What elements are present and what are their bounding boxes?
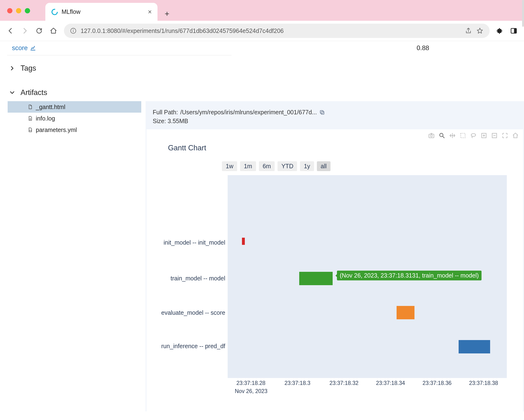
- xtick: 23:37:18.3: [274, 380, 321, 386]
- hover-tooltip: (Nov 26, 2023, 23:37:18.3131, train_mode…: [337, 271, 481, 280]
- ylabel-infer: run_inference -- pred_df: [161, 343, 225, 350]
- close-window-button[interactable]: [7, 8, 12, 13]
- gantt-bar-infer[interactable]: [459, 340, 490, 353]
- reset-axes-icon[interactable]: [512, 132, 519, 139]
- zoom-in-icon[interactable]: [480, 132, 487, 139]
- artifact-item-label: _gantt.html: [36, 104, 65, 111]
- artifact-tree: _gantt.html info.log parameters.yml: [8, 101, 141, 411]
- xtick: 23:37:18.32: [321, 380, 367, 386]
- share-icon[interactable]: [465, 27, 472, 34]
- range-1w[interactable]: 1w: [222, 161, 237, 171]
- artifact-full-path: Full Path: /Users/ym/repos/iris/mlruns/e…: [146, 103, 524, 118]
- ylabel-init: init_model -- init_model: [164, 239, 225, 246]
- file-code-icon: [28, 127, 33, 132]
- close-tab-button[interactable]: ×: [148, 8, 152, 16]
- sidepanel-icon[interactable]: [510, 27, 517, 34]
- url-text: 127.0.0.1:8080/#/experiments/1/runs/677d…: [81, 27, 461, 34]
- tags-label: Tags: [20, 64, 36, 72]
- svg-point-10: [440, 133, 443, 137]
- range-1m[interactable]: 1m: [240, 161, 256, 171]
- file-icon: [28, 116, 33, 121]
- artifact-item-gantt[interactable]: _gantt.html: [8, 101, 141, 113]
- artifact-item-params[interactable]: parameters.yml: [8, 124, 141, 136]
- home-icon: [50, 27, 57, 34]
- browser-tab-strip: MLflow × +: [0, 0, 524, 21]
- autoscale-icon[interactable]: [502, 132, 508, 139]
- chart-title: Gantt Chart: [168, 144, 206, 152]
- forward-button[interactable]: [21, 27, 29, 35]
- plotly-modebar: [428, 132, 519, 139]
- xtick: 23:37:18.28: [228, 380, 274, 386]
- arrow-left-icon: [7, 27, 14, 34]
- minimize-window-button[interactable]: [16, 8, 21, 13]
- tags-section-header[interactable]: Tags: [0, 55, 524, 77]
- window-controls: [7, 8, 30, 13]
- artifacts-section-header[interactable]: Artifacts: [0, 77, 524, 101]
- extensions-icon[interactable]: [496, 27, 504, 34]
- range-6m[interactable]: 6m: [259, 161, 275, 171]
- ylabel-train: train_model -- model: [171, 275, 225, 282]
- svg-point-13: [471, 134, 476, 137]
- file-icon: [28, 104, 33, 110]
- range-1y[interactable]: 1y: [300, 161, 314, 171]
- plot-area[interactable]: (Nov 26, 2023, 23:37:18.3131, train_mode…: [228, 175, 507, 378]
- svg-rect-12: [461, 133, 465, 138]
- y-axis-labels: init_model -- init_model train_model -- …: [147, 175, 228, 378]
- gantt-bar-eval[interactable]: [397, 306, 414, 319]
- zoom-out-icon[interactable]: [491, 132, 498, 139]
- address-bar[interactable]: 127.0.0.1:8080/#/experiments/1/runs/677d…: [64, 24, 490, 38]
- x-axis-ticks: 23:37:18.28 23:37:18.3 23:37:18.32 23:37…: [228, 380, 507, 386]
- xtick: 23:37:18.38: [460, 380, 507, 386]
- copy-icon[interactable]: [319, 110, 325, 115]
- home-button[interactable]: [50, 27, 57, 35]
- mlflow-favicon-icon: [51, 8, 58, 16]
- new-tab-button[interactable]: +: [165, 9, 169, 18]
- artifact-item-label: parameters.yml: [36, 126, 77, 133]
- browser-tab[interactable]: MLflow ×: [45, 3, 157, 21]
- chevron-right-icon: [9, 66, 15, 71]
- svg-point-0: [52, 9, 58, 15]
- page-content: score 0.88 Tags Artifacts _gantt.html in…: [0, 41, 524, 420]
- tab-title: MLflow: [61, 8, 145, 15]
- metric-value: 0.88: [417, 44, 512, 52]
- artifact-item-infolog[interactable]: info.log: [8, 113, 141, 124]
- zoom-icon[interactable]: [439, 132, 445, 139]
- pan-icon[interactable]: [449, 132, 456, 139]
- svg-rect-6: [321, 112, 324, 114]
- artifact-size: Size: 3.55MB: [146, 118, 524, 129]
- xtick: 23:37:18.36: [414, 380, 460, 386]
- svg-rect-5: [514, 28, 516, 33]
- bookmark-star-icon[interactable]: [476, 27, 483, 34]
- range-selector: 1w 1m 6m YTD 1y all: [222, 161, 331, 171]
- artifact-split: _gantt.html info.log parameters.yml Full…: [0, 101, 524, 411]
- lasso-icon[interactable]: [470, 132, 477, 139]
- artifact-item-label: info.log: [36, 115, 55, 122]
- back-button[interactable]: [7, 27, 14, 35]
- camera-icon[interactable]: [428, 132, 435, 139]
- metric-row: score 0.88: [0, 41, 524, 55]
- gantt-bar-train[interactable]: [299, 272, 333, 285]
- metric-name-text: score: [12, 44, 28, 52]
- reload-button[interactable]: [35, 27, 43, 35]
- xtick: 23:37:18.34: [367, 380, 414, 386]
- reload-icon: [35, 27, 43, 34]
- svg-point-9: [430, 135, 432, 137]
- box-select-icon[interactable]: [460, 132, 466, 139]
- artifacts-label: Artifacts: [20, 88, 47, 97]
- maximize-window-button[interactable]: [25, 8, 30, 13]
- range-ytd[interactable]: YTD: [278, 161, 297, 171]
- arrow-right-icon: [21, 27, 28, 34]
- ylabel-eval: evaluate_model -- score: [161, 309, 225, 316]
- range-all[interactable]: all: [317, 161, 331, 171]
- chart-line-icon: [30, 45, 36, 51]
- svg-rect-7: [320, 111, 323, 113]
- plotly-chart[interactable]: Gantt Chart 1w 1m 6m YTD 1y all init_mod…: [147, 129, 523, 411]
- svg-point-3: [73, 29, 74, 30]
- metric-link[interactable]: score: [12, 44, 36, 52]
- chevron-down-icon: [9, 90, 15, 95]
- gantt-bar-init[interactable]: [242, 238, 245, 245]
- artifact-viewer: Full Path: /Users/ym/repos/iris/mlruns/e…: [146, 101, 524, 411]
- browser-toolbar: 127.0.0.1:8080/#/experiments/1/runs/677d…: [0, 21, 524, 41]
- full-path-value: /Users/ym/repos/iris/mlruns/experiment_0…: [180, 109, 317, 116]
- site-info-icon[interactable]: [70, 28, 76, 34]
